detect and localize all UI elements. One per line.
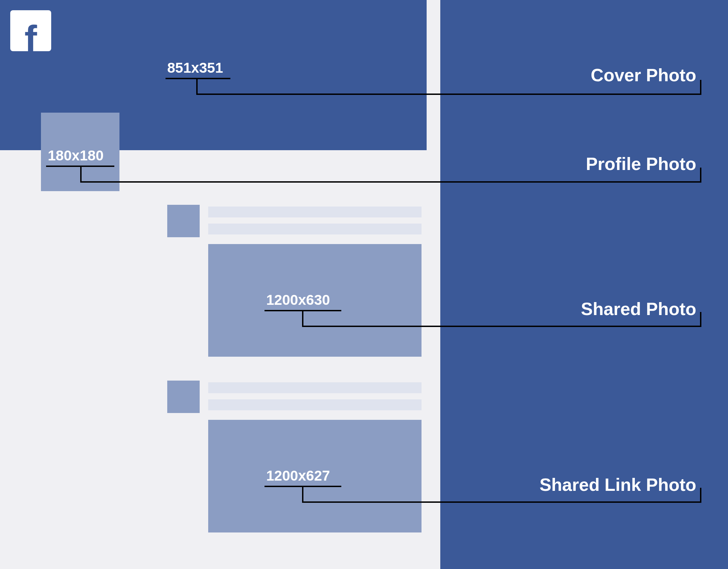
profile-connector-horizontal <box>80 181 701 183</box>
shared-link-label: Shared Link Photo <box>540 474 696 495</box>
shared-link-connector-tick <box>700 488 701 503</box>
facebook-logo-badge: f <box>10 10 51 51</box>
profile-connector-tick <box>700 168 701 183</box>
post2-textline-1 <box>208 382 422 393</box>
cover-connector-tick <box>700 80 701 95</box>
profile-dimension-text: 180x180 <box>48 147 104 164</box>
shared-photo-connector-horizontal <box>302 326 701 327</box>
post1-avatar <box>167 205 200 237</box>
profile-connector-vertical <box>80 166 82 183</box>
shared-link-connector-vertical <box>302 486 303 503</box>
shared-photo-connector-vertical <box>302 310 303 327</box>
post2-avatar <box>167 381 200 413</box>
post1-textline-1 <box>208 207 422 217</box>
cover-dimension-underline <box>166 78 230 79</box>
cover-connector-vertical <box>196 78 198 95</box>
facebook-f-glyph: f <box>25 20 37 57</box>
cover-label: Cover Photo <box>591 65 696 85</box>
post1-textline-2 <box>208 224 422 234</box>
shared-photo-label: Shared Photo <box>581 299 696 319</box>
shared-link-dimension-text: 1200x627 <box>266 468 330 484</box>
shared-photo-dimension-text: 1200x630 <box>266 292 330 308</box>
post2-textline-2 <box>208 399 422 410</box>
cover-connector-horizontal <box>196 94 701 95</box>
profile-label: Profile Photo <box>586 154 696 174</box>
shared-photo-connector-tick <box>700 312 701 327</box>
shared-link-connector-horizontal <box>302 501 701 503</box>
cover-dimension-text: 851x351 <box>167 60 223 76</box>
